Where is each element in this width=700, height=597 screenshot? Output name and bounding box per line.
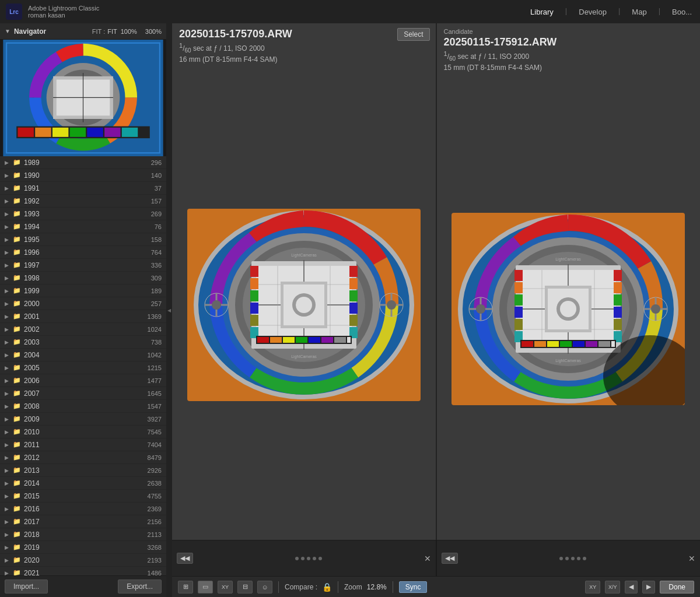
folder-item[interactable]: ▶ 📁 2015 4755: [0, 490, 166, 503]
folder-chevron: ▶: [5, 275, 10, 281]
folder-item[interactable]: ▶ 📁 2008 1547: [0, 400, 166, 413]
svg-rect-54: [309, 337, 320, 343]
right-filmstrip-close[interactable]: ✕: [688, 554, 695, 563]
folder-item[interactable]: ▶ 📁 1991 37: [0, 182, 166, 195]
loupe-view-button[interactable]: ▭: [198, 581, 213, 594]
folder-count: 296: [151, 159, 162, 166]
people-view-button[interactable]: ☺: [257, 581, 272, 594]
xy2-mode-button[interactable]: X/Y: [605, 581, 620, 594]
folder-item[interactable]: ▶ 📁 2009 3927: [0, 413, 166, 426]
svg-point-67: [387, 300, 396, 310]
folder-count: 157: [151, 198, 162, 205]
folder-item[interactable]: ▶ 📁 2000 257: [0, 297, 166, 310]
svg-rect-96: [514, 319, 523, 330]
folder-item[interactable]: ▶ 📁 2011 7404: [0, 438, 166, 451]
svg-rect-92: [514, 270, 523, 281]
svg-rect-43: [349, 266, 358, 277]
folder-item[interactable]: ▶ 📁 2017 2156: [0, 515, 166, 528]
left-filmstrip-prev[interactable]: ◀◀: [177, 553, 193, 564]
panel-buttons: Import... Export...: [0, 575, 166, 597]
folder-item[interactable]: ▶ 📁 1996 764: [0, 246, 166, 259]
folder-item[interactable]: ▶ 📁 2021 1486: [0, 567, 166, 575]
svg-rect-57: [347, 337, 351, 343]
done-button[interactable]: Done: [660, 581, 694, 594]
svg-rect-99: [614, 282, 622, 293]
folder-icon: 📁: [13, 171, 21, 179]
folder-item[interactable]: ▶ 📁 2010 7545: [0, 426, 166, 438]
folder-item[interactable]: ▶ 📁 1993 269: [0, 208, 166, 220]
folder-icon: 📁: [13, 236, 21, 243]
tab-library[interactable]: Library: [528, 6, 556, 17]
folder-item[interactable]: ▶ 📁 1998 309: [0, 272, 166, 285]
folder-item[interactable]: ▶ 📁 2018 2113: [0, 528, 166, 541]
folder-item[interactable]: ▶ 📁 1994 76: [0, 220, 166, 233]
tab-book[interactable]: Boo...: [670, 6, 694, 17]
folder-name: 2000: [24, 300, 151, 308]
folder-name: 2003: [24, 338, 151, 346]
svg-rect-51: [270, 337, 282, 343]
folder-item[interactable]: ▶ 📁 2006 1477: [0, 374, 166, 387]
folder-item[interactable]: ▶ 📁 1995 158: [0, 233, 166, 246]
navigator-fit-300[interactable]: 300%: [145, 28, 162, 35]
main-layout: ▼ Navigator FIT : FIT 100% 300%: [0, 23, 700, 597]
folder-name: 2020: [24, 556, 148, 564]
grid-view-button[interactable]: ⊞: [178, 581, 193, 594]
folder-item[interactable]: ▶ 📁 2005 1215: [0, 361, 166, 374]
zoom-label: Zoom: [344, 583, 362, 591]
next-candidate-button[interactable]: ▶: [642, 581, 655, 594]
toolbar-separator-1: [278, 581, 279, 593]
folder-chevron: ▶: [5, 378, 10, 384]
navigator-collapse-toggle[interactable]: ▼: [5, 28, 10, 34]
folder-name: 2013: [24, 466, 148, 475]
left-panel-handle[interactable]: [166, 23, 172, 597]
folder-item[interactable]: ▶ 📁 2013 2926: [0, 464, 166, 477]
prev-candidate-button[interactable]: ◀: [625, 581, 638, 594]
folder-item[interactable]: ▶ 📁 1990 140: [0, 169, 166, 182]
folder-item[interactable]: ▶ 📁 1999 189: [0, 285, 166, 297]
compare-xy-button[interactable]: XY: [218, 581, 233, 594]
folder-count: 76: [155, 223, 162, 230]
folder-item[interactable]: ▶ 📁 2020 2193: [0, 554, 166, 567]
folder-name: 1999: [24, 287, 151, 295]
folder-item[interactable]: ▶ 📁 1997 336: [0, 259, 166, 272]
lock-icon[interactable]: 🔒: [322, 582, 332, 592]
svg-rect-109: [573, 341, 584, 347]
folder-count: 8479: [148, 454, 162, 461]
navigator-fit-100[interactable]: 100%: [121, 28, 137, 35]
xy-mode-button[interactable]: XY: [585, 581, 600, 594]
tab-map[interactable]: Map: [629, 6, 649, 17]
import-button[interactable]: Import...: [5, 580, 48, 594]
svg-rect-101: [614, 307, 622, 318]
tab-develop[interactable]: Develop: [576, 6, 609, 17]
svg-rect-14: [87, 128, 103, 137]
right-compare-filename: 20250115-175912.ARW: [444, 36, 694, 48]
folder-item[interactable]: ▶ 📁 1989 296: [0, 156, 166, 169]
folder-item[interactable]: ▶ 📁 2007 1645: [0, 387, 166, 400]
folder-item[interactable]: ▶ 📁 2012 8479: [0, 451, 166, 464]
folder-item[interactable]: ▶ 📁 2003 738: [0, 336, 166, 349]
left-select-button[interactable]: Select: [397, 28, 429, 41]
folder-item[interactable]: ▶ 📁 1992 157: [0, 195, 166, 208]
folder-item[interactable]: ▶ 📁 2001 1369: [0, 310, 166, 323]
left-filmstrip-close[interactable]: ✕: [424, 554, 431, 563]
folder-item[interactable]: ▶ 📁 2014 2638: [0, 477, 166, 490]
compare-label: Compare :: [285, 583, 317, 591]
folder-list[interactable]: ▶ 📁 1989 296 ▶ 📁 1990 140 ▶ 📁 1991 37 ▶ …: [0, 156, 166, 575]
folder-item[interactable]: ▶ 📁 2002 1024: [0, 323, 166, 336]
folder-item[interactable]: ▶ 📁 2004 1042: [0, 349, 166, 361]
navigator-fit-fit[interactable]: FIT: [107, 28, 117, 35]
bottom-toolbar: ⊞ ▭ XY ⊟ ☺ Compare : 🔒 Zoom 12.8% Sync X…: [172, 576, 700, 597]
svg-rect-45: [349, 290, 358, 301]
export-button[interactable]: Export...: [118, 580, 162, 594]
folder-icon: 📁: [13, 389, 21, 397]
folder-item[interactable]: ▶ 📁 2019 3268: [0, 541, 166, 554]
filmstrip-dot: [301, 557, 304, 560]
right-filmstrip-prev[interactable]: ◀◀: [442, 553, 458, 564]
survey-view-button[interactable]: ⊟: [237, 581, 253, 594]
sync-button[interactable]: Sync: [399, 581, 428, 593]
folder-name: 2006: [24, 377, 148, 385]
folder-icon: 📁: [13, 210, 21, 217]
folder-item[interactable]: ▶ 📁 2016 2369: [0, 503, 166, 515]
folder-count: 2638: [148, 480, 162, 487]
svg-rect-46: [349, 303, 358, 314]
